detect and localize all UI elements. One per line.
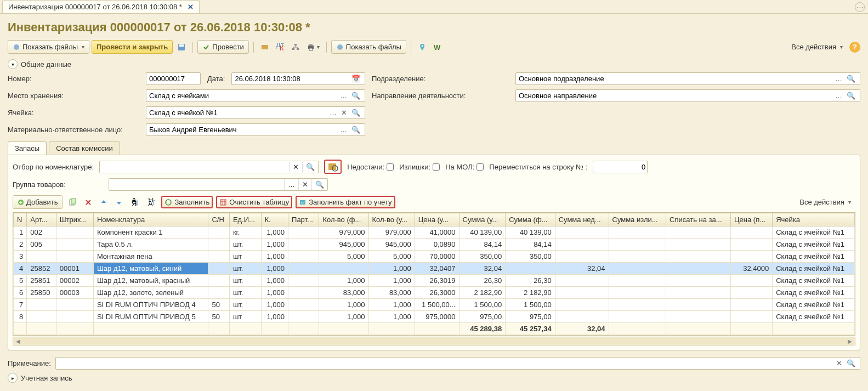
dept-input[interactable]: …🔍 [515, 72, 860, 85]
ellipsis-icon[interactable]: … [284, 179, 298, 190]
number-input[interactable] [146, 72, 201, 85]
scroll-right-icon[interactable]: ► [846, 337, 854, 345]
column-header[interactable]: Ячейка [773, 213, 855, 226]
post-button[interactable]: Провести [197, 40, 249, 54]
column-header[interactable]: Сумма (у... [459, 213, 506, 226]
svg-rect-24 [220, 200, 226, 205]
h-scrollbar[interactable]: ◄ ► [13, 337, 855, 345]
search-icon[interactable]: 🔍 [845, 92, 857, 100]
note-input[interactable]: ✕🔍 [55, 357, 860, 370]
on-mol-checkbox[interactable]: На МОЛ: [445, 163, 484, 171]
date-input[interactable]: 📅 [231, 72, 365, 85]
column-header[interactable]: Арт... [27, 213, 56, 226]
table-row[interactable]: 2005Тара 0.5 л.шт.1,000945,000945,0000,0… [14, 239, 855, 251]
collapse-icon[interactable]: ▾ [8, 59, 18, 69]
shortage-checkbox[interactable]: Недостачи: [347, 163, 394, 171]
search-icon[interactable]: 🔍 [302, 162, 318, 172]
move-down-icon[interactable] [113, 196, 125, 208]
document-tab[interactable]: Инвентаризация 000000017 от 26.06.2018 1… [2, 0, 200, 13]
post-and-close-button[interactable]: Провести и закрыть [92, 40, 173, 54]
nomen-filter-input[interactable]: ✕🔍 [99, 161, 319, 173]
tab-commission[interactable]: Состав комиссии [49, 141, 120, 155]
close-icon[interactable]: ✕ [188, 3, 194, 11]
calendar-icon[interactable]: 📅 [350, 75, 362, 83]
clear-icon[interactable]: ✕ [298, 179, 311, 190]
tab-stocks[interactable]: Запасы [8, 141, 47, 155]
search-icon[interactable]: 🔍 [845, 75, 857, 83]
pick-button[interactable] [324, 160, 342, 174]
clear-table-button[interactable]: Очистить таблицу [216, 196, 292, 208]
stocks-table[interactable]: NАрт...Штрих...НоменклатураС/НЕд.И...К.П… [13, 212, 855, 336]
table-all-actions-dropdown[interactable]: Все действия [795, 196, 855, 208]
activity-input[interactable]: …🔍 [515, 89, 860, 102]
search-icon[interactable]: 🔍 [350, 109, 362, 117]
save-icon[interactable] [175, 41, 188, 54]
general-section-header: ▾ Общие данные [8, 59, 860, 69]
column-header[interactable]: Сумма нед... [555, 213, 609, 226]
add-button[interactable]: Добавить [13, 195, 63, 209]
ellipsis-icon[interactable]: … [338, 126, 349, 134]
ellipsis-icon[interactable]: … [328, 109, 338, 117]
mol-input[interactable]: …🔍 [146, 123, 365, 136]
column-header[interactable]: Штрих... [56, 213, 93, 226]
column-header[interactable]: Номенклатура [93, 213, 208, 226]
search-icon[interactable]: 🔍 [311, 179, 327, 190]
svg-point-13 [421, 45, 423, 47]
svg-rect-25 [300, 200, 305, 205]
scroll-left-icon[interactable]: ◄ [14, 337, 22, 345]
delete-icon[interactable] [82, 196, 94, 208]
map-pin-icon[interactable] [416, 41, 429, 54]
search-icon[interactable]: 🔍 [845, 359, 857, 367]
clear-icon[interactable]: ✕ [289, 162, 302, 172]
ellipsis-icon[interactable]: … [833, 92, 844, 100]
column-header[interactable]: Сумма изли... [609, 213, 666, 226]
cell-input[interactable]: …✕🔍 [146, 106, 365, 119]
show-files-button-2[interactable]: Показать файлы [331, 40, 406, 54]
all-actions-dropdown[interactable]: Все действия [787, 41, 847, 53]
column-header[interactable]: Цена (п... [731, 213, 773, 226]
table-row[interactable]: 42585200001Шар д12, матовый, синийшт.1,0… [14, 263, 855, 275]
goto-row-input[interactable] [593, 161, 648, 173]
table-row[interactable]: 3Монтажная пенашт1,0005,0005,00070,00003… [14, 251, 855, 263]
structure-icon[interactable] [289, 41, 302, 54]
fill-fact-button[interactable]: Заполнить факт по учету [296, 196, 395, 208]
table-row[interactable]: 7SI DI RUM ОПТИЧ ПРИВОД 450шт.1,0001,000… [14, 299, 855, 311]
column-header[interactable]: Парт... [288, 213, 319, 226]
column-header[interactable]: Кол-во (ф... [319, 213, 368, 226]
show-files-button[interactable]: Показать файлы [8, 40, 89, 54]
column-header[interactable]: Цена (у... [415, 213, 459, 226]
column-header[interactable]: Списать на за... [666, 213, 731, 226]
ellipsis-icon[interactable]: … [833, 75, 844, 83]
column-header[interactable]: Ед.И... [229, 213, 261, 226]
expand-icon[interactable]: ⋯ [855, 2, 865, 12]
column-header[interactable]: Кол-во (у... [368, 213, 415, 226]
help-icon[interactable]: ? [849, 42, 860, 53]
clear-icon[interactable]: ✕ [835, 359, 844, 367]
table-row[interactable]: 52585100002Шар д12, матовый, красныйшт.1… [14, 275, 855, 287]
column-header[interactable]: С/Н [208, 213, 229, 226]
column-header[interactable]: К. [261, 213, 288, 226]
table-row[interactable]: 62585000003Шар д12, золото, зеленыйшт.1,… [14, 287, 855, 299]
wiki-icon[interactable]: W [431, 41, 444, 54]
ellipsis-icon[interactable]: … [338, 92, 349, 100]
column-header[interactable]: N [14, 213, 27, 226]
clear-icon[interactable]: ✕ [339, 109, 349, 117]
search-icon[interactable]: 🔍 [350, 92, 362, 100]
search-icon[interactable]: 🔍 [350, 126, 362, 134]
print-icon[interactable] [304, 41, 322, 54]
fill-button[interactable]: Заполнить [161, 196, 213, 208]
movement-icon[interactable] [258, 41, 271, 54]
table-row[interactable]: 1002Компонент краски 1кг.1,000979,000979… [14, 226, 855, 239]
storage-input[interactable]: …🔍 [146, 89, 365, 102]
sort-asc-icon[interactable]: АЯ [128, 196, 141, 209]
column-header[interactable]: Сумма (ф... [506, 213, 555, 226]
table-row[interactable]: 8SI DI RUM ОПТИЧ ПРИВОД 550шт1,0001,0001… [14, 311, 855, 323]
move-up-icon[interactable] [98, 196, 110, 208]
copy-icon[interactable] [66, 196, 79, 209]
surplus-checkbox[interactable]: Излишки: [399, 163, 440, 171]
dt-kt-icon[interactable]: ДтКт [274, 41, 287, 54]
sort-desc-icon[interactable]: ЯА [145, 196, 158, 209]
storage-label: Место хранения: [8, 92, 139, 100]
group-filter-input[interactable]: …✕🔍 [109, 178, 328, 191]
expand-icon[interactable]: ▸ [8, 373, 18, 383]
